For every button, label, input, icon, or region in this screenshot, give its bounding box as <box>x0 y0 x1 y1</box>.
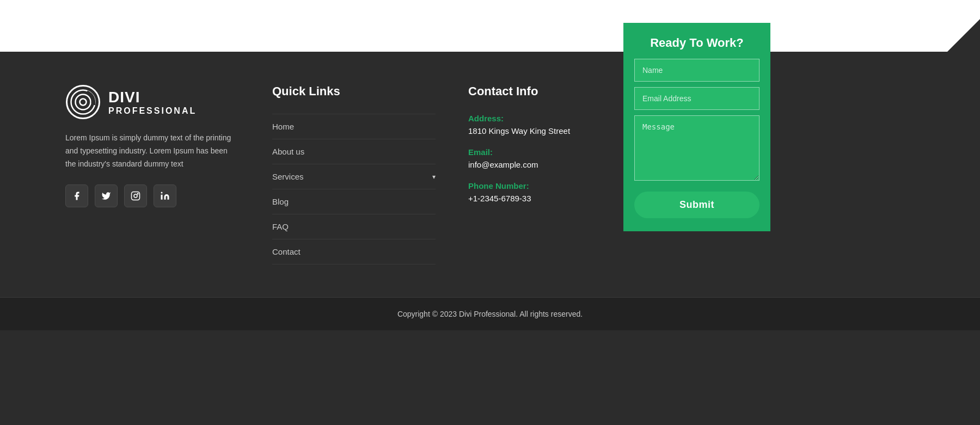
brand-logo: DIVI PROFESSIONAL <box>65 84 240 120</box>
svg-rect-7 <box>161 195 163 200</box>
submit-button[interactable]: Submit <box>634 192 759 218</box>
copyright-text: Copyright © 2023 Divi Professional. All … <box>397 310 583 318</box>
brand-professional: PROFESSIONAL <box>108 106 197 116</box>
footer-bottom: Copyright © 2023 Divi Professional. All … <box>0 297 980 330</box>
list-item: Blog <box>272 189 436 214</box>
quick-links-list: Home About us Services ▾ Blog FAQ Contac… <box>272 114 436 264</box>
email-label: Email: <box>468 147 642 157</box>
logo-icon <box>65 84 101 120</box>
phone-value: +1-2345-6789-33 <box>468 194 642 203</box>
nav-contact[interactable]: Contact <box>272 239 436 264</box>
nav-about[interactable]: About us <box>272 139 436 164</box>
top-bar: Ready To Work? Submit <box>0 0 980 52</box>
svg-point-3 <box>80 99 87 106</box>
svg-point-2 <box>76 95 91 110</box>
instagram-icon[interactable] <box>124 184 147 207</box>
facebook-icon[interactable] <box>65 184 88 207</box>
email-value: info@example.com <box>468 160 642 169</box>
list-item: FAQ <box>272 214 436 239</box>
nav-home[interactable]: Home <box>272 114 436 139</box>
brand-column: DIVI PROFESSIONAL Lorem Ipsum is simply … <box>65 84 240 207</box>
nav-faq[interactable]: FAQ <box>272 214 436 239</box>
ready-to-work-card: Ready To Work? Submit <box>623 23 770 231</box>
contact-title: Contact Info <box>468 84 642 98</box>
name-input[interactable] <box>634 59 759 82</box>
phone-label: Phone Number: <box>468 181 642 190</box>
corner-fold <box>947 19 980 52</box>
list-item: Contact <box>272 239 436 264</box>
list-item: Home <box>272 114 436 139</box>
message-input[interactable] <box>634 115 759 181</box>
footer-main: DIVI PROFESSIONAL Lorem Ipsum is simply … <box>0 52 980 297</box>
quick-links-column: Quick Links Home About us Services ▾ Blo… <box>272 84 436 264</box>
svg-point-8 <box>161 192 163 194</box>
svg-point-5 <box>134 194 137 198</box>
list-item: About us <box>272 139 436 164</box>
chevron-down-icon: ▾ <box>432 173 436 181</box>
ready-card-title: Ready To Work? <box>634 36 759 50</box>
svg-rect-4 <box>132 192 140 200</box>
address-value: 1810 Kings Way King Street <box>468 126 642 135</box>
svg-point-6 <box>137 194 138 195</box>
quick-links-title: Quick Links <box>272 84 436 98</box>
email-input[interactable] <box>634 87 759 110</box>
nav-services[interactable]: Services ▾ <box>272 164 436 189</box>
linkedin-icon[interactable] <box>154 184 176 207</box>
list-item: Services ▾ <box>272 164 436 189</box>
contact-column: Contact Info Address: 1810 Kings Way Kin… <box>468 84 642 215</box>
twitter-icon[interactable] <box>95 184 118 207</box>
address-label: Address: <box>468 114 642 123</box>
nav-blog[interactable]: Blog <box>272 189 436 214</box>
social-icons <box>65 184 240 207</box>
brand-divi: DIVI <box>108 89 197 106</box>
brand-name: DIVI PROFESSIONAL <box>108 89 197 116</box>
brand-description: Lorem Ipsum is simply dummy text of the … <box>65 132 240 170</box>
